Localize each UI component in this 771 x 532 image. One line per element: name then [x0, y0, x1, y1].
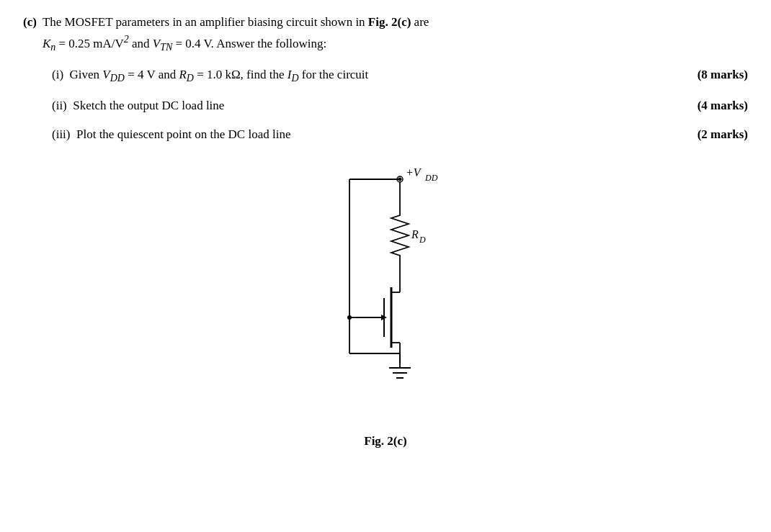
sub-q-ii-text: (ii) Sketch the output DC load line	[52, 96, 683, 115]
part-c-header: (c) The MOSFET parameters in an amplifie…	[23, 13, 748, 55]
sub-questions-list: (i) Given VDD = 4 V and RD = 1.0 kΩ, fin…	[52, 66, 748, 145]
sub-question-iii: (iii) Plot the quiescent point on the DC…	[52, 125, 748, 144]
vdd-sub-text: DD	[424, 173, 438, 183]
rd-sub-text: D	[419, 235, 426, 245]
sub-q-i-text: (i) Given VDD = 4 V and RD = 1.0 kΩ, fin…	[52, 66, 683, 86]
resistor-rd	[391, 209, 409, 263]
rd-label-text: R	[411, 228, 419, 240]
vdd-label-text: +V	[406, 166, 422, 179]
marks-ii: (4 marks)	[698, 96, 748, 115]
marks-iii: (2 marks)	[698, 125, 748, 144]
figure-area: +V DD R D	[23, 166, 748, 448]
part-c-section: (c) The MOSFET parameters in an amplifie…	[23, 13, 748, 145]
figure-caption: Fig. 2(c)	[364, 434, 406, 448]
gate-junction-dot	[347, 315, 352, 320]
part-c-intro: The MOSFET parameters in an amplifier bi…	[43, 13, 429, 55]
sub-question-ii: (ii) Sketch the output DC load line (4 m…	[52, 96, 748, 115]
circuit-diagram: +V DD R D	[285, 166, 486, 425]
marks-i: (8 marks)	[698, 66, 748, 84]
sub-question-i: (i) Given VDD = 4 V and RD = 1.0 kΩ, fin…	[52, 66, 748, 86]
part-c-label: (c)	[23, 13, 37, 55]
sub-q-iii-text: (iii) Plot the quiescent point on the DC…	[52, 125, 683, 144]
